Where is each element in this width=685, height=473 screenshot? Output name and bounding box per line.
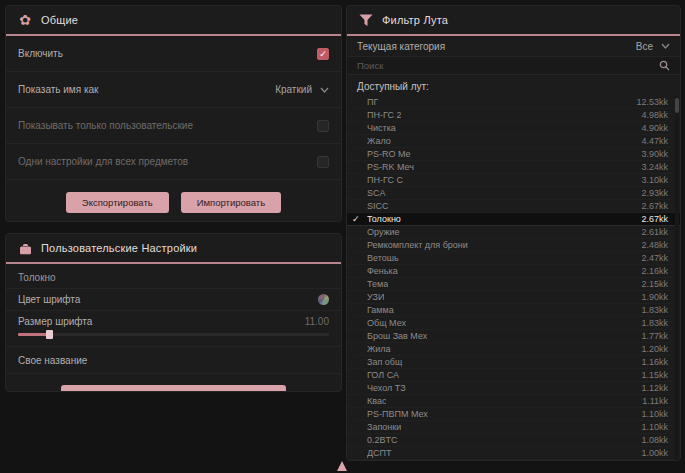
mouse-cursor [337, 461, 347, 471]
item-name: Тема [367, 279, 388, 289]
same-settings-row: Одни настройки для всех предметов ✓ [6, 144, 341, 180]
item-value: 12.53kk [636, 97, 668, 107]
list-item[interactable]: ✓ ГОЛ СА 1.15kk [347, 369, 680, 382]
item-value: 1.12kk [641, 383, 668, 393]
item-name: Запонки [367, 422, 401, 432]
list-item[interactable]: ✓ 0.2BTC 1.08kk [347, 434, 680, 447]
list-item[interactable]: ✓ Ремкомплект для брони 2.48kk [347, 239, 680, 252]
list-item[interactable]: ✓ Брош Зав Мех 1.77kk [347, 330, 680, 343]
item-name: PS-ПВПМ Мех [367, 409, 428, 419]
item-name: Фенька [367, 266, 398, 276]
checkmark-icon: ✓ [319, 49, 327, 59]
item-value: 1.83kk [641, 318, 668, 328]
search-input[interactable]: Поиск [357, 60, 383, 71]
item-name: PS-RK Меч [367, 162, 414, 172]
loot-filter-panel: Фильтр Лута Текущая категория Все Поиск … [346, 5, 681, 461]
item-name: Чехол ТЗ [367, 383, 406, 393]
list-item[interactable]: ✓ Фенька 2.16kk [347, 265, 680, 278]
enable-checkbox[interactable]: ✓ [317, 48, 329, 60]
list-item[interactable]: ✓ SCA 2.93kk [347, 187, 680, 200]
list-item[interactable]: ✓ PS-ПВПМ Мех 1.10kk [347, 408, 680, 421]
search-row[interactable]: Поиск [347, 57, 680, 75]
font-size-block: Размер шрифта 11.00 [6, 310, 341, 346]
export-import-row: Экспортировать Импортировать [6, 180, 341, 222]
same-settings-checkbox[interactable]: ✓ [317, 156, 329, 168]
import-button[interactable]: Импортировать [181, 192, 281, 213]
list-item[interactable]: ✓ УЗИ 1.90kk [347, 291, 680, 304]
list-item[interactable]: ✓ ПН-ГС С 3.10kk [347, 174, 680, 187]
list-item[interactable]: ✓ ПН-ГС 2 4.98kk [347, 109, 680, 122]
item-name: Жало [367, 136, 391, 146]
item-value: 1.10kk [641, 409, 668, 419]
general-panel-header: ✿ Общие [6, 6, 341, 36]
custom-name-input[interactable] [97, 352, 329, 368]
delete-button[interactable]: Удалить [61, 385, 286, 392]
scrollbar-thumb[interactable] [675, 98, 679, 113]
list-item[interactable]: ✓ Общ Мех 1.83kk [347, 317, 680, 330]
list-item[interactable]: ✓ Чехол ТЗ 1.12kk [347, 382, 680, 395]
item-value: 2.93kk [641, 188, 668, 198]
item-value: 1.15kk [641, 370, 668, 380]
search-icon[interactable] [659, 60, 670, 71]
item-value: 2.47kk [641, 253, 668, 263]
list-item[interactable]: ✓ Запонки 1.10kk [347, 421, 680, 434]
item-name: УЗИ [367, 292, 384, 302]
category-row: Текущая категория Все [347, 36, 680, 57]
font-size-slider[interactable] [18, 333, 329, 336]
list-item[interactable]: ✓ Толокно 2.67kk [347, 213, 680, 226]
only-custom-label: Показывать только пользовательские [18, 120, 193, 131]
selected-item-name: Толокно [6, 264, 341, 288]
list-item[interactable]: ✓ Жила 1.20kk [347, 343, 680, 356]
list-item[interactable]: ✓ Ветошь 2.47kk [347, 252, 680, 265]
category-label: Текущая категория [357, 41, 445, 52]
item-value: 3.10kk [641, 175, 668, 185]
list-item[interactable]: ✓ ПГ 12.53kk [347, 96, 680, 109]
item-value: 2.48kk [641, 240, 668, 250]
item-value: 2.15kk [641, 279, 668, 289]
list-item[interactable]: ✓ PS-RK Меч 3.24kk [347, 161, 680, 174]
list-item[interactable]: ✓ Оружие 2.61kk [347, 226, 680, 239]
item-name: SICC [367, 201, 389, 211]
item-name: ДСПТ [367, 448, 392, 458]
item-name: 0.2BTC [367, 435, 398, 445]
list-item[interactable]: ✓ Тема 2.15kk [347, 278, 680, 291]
font-size-label: Размер шрифта [18, 316, 92, 327]
category-value: Все [636, 41, 653, 52]
category-select[interactable]: Все [636, 41, 670, 52]
list-item[interactable]: ✓ SICC 2.67kk [347, 200, 680, 213]
list-item[interactable]: ✓ Квас 1.11kk [347, 395, 680, 408]
enable-row: Включить ✓ [6, 36, 341, 72]
enable-label: Включить [18, 48, 63, 59]
slider-thumb[interactable] [46, 330, 53, 339]
color-wheel-icon[interactable] [318, 294, 329, 305]
scrollbar[interactable] [675, 96, 679, 460]
only-custom-checkbox[interactable]: ✓ [317, 120, 329, 132]
list-item[interactable]: ✓ ДСПТ 1.00kk [347, 447, 680, 460]
item-name: SCA [367, 188, 386, 198]
show-name-select[interactable]: Краткий [275, 84, 329, 95]
item-name: Ремкомплект для брони [367, 240, 468, 250]
show-name-label: Показать имя как [18, 84, 98, 95]
item-value: 4.47kk [641, 136, 668, 146]
item-value: 3.90kk [641, 149, 668, 159]
show-name-value: Краткий [275, 84, 312, 95]
list-item[interactable]: ✓ Гамма 1.83kk [347, 304, 680, 317]
export-button[interactable]: Экспортировать [66, 192, 169, 213]
custom-panel-title: Пользовательские Настройки [41, 242, 197, 254]
funnel-icon [359, 13, 373, 27]
item-name: Квас [367, 396, 386, 406]
item-name: PS-RO Ме [367, 149, 411, 159]
custom-name-row: Свое название [6, 346, 341, 374]
item-name: Ветошь [367, 253, 399, 263]
list-item[interactable]: ✓ Чистка 4.90kk [347, 122, 680, 135]
item-value: 1.11kk [642, 396, 668, 406]
list-item[interactable]: ✓ PS-RO Ме 3.90kk [347, 148, 680, 161]
font-color-row: Цвет шрифта [6, 288, 341, 310]
item-value: 4.98kk [641, 110, 668, 120]
item-name: ПН-ГС С [367, 175, 403, 185]
general-settings-panel: ✿ Общие Включить ✓ Показать имя как Крат… [5, 5, 342, 222]
list-item[interactable]: ✓ Зап общ 1.16kk [347, 356, 680, 369]
list-item[interactable]: ✓ Жало 4.47kk [347, 135, 680, 148]
item-value: 1.00kk [641, 448, 668, 458]
font-color-label: Цвет шрифта [18, 294, 80, 305]
